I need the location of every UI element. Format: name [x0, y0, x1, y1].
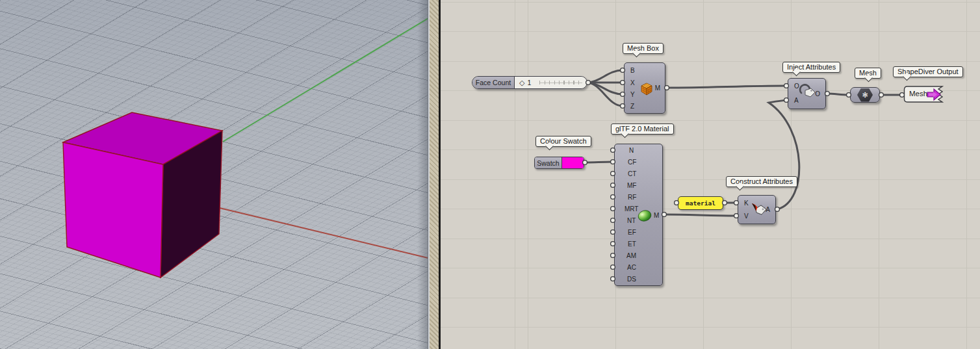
colour-swatch-tooltip: Colour Swatch — [535, 136, 591, 147]
mesh-box-input-b[interactable]: B — [630, 67, 635, 75]
wire-meshbox-to-inject — [667, 86, 786, 88]
gltf-input-cf[interactable]: CF — [628, 159, 636, 166]
gltf-material-tooltip: glTF 2.0 Material — [611, 123, 674, 135]
mesh-param-glyph: ✻ — [862, 91, 868, 99]
grasshopper-canvas[interactable]: Mesh Box Colour Swatch glTF 2.0 Material… — [441, 0, 980, 349]
wire-construct-to-inject — [769, 100, 799, 209]
wire-slider-to-y — [588, 83, 623, 94]
app-window: Mesh Box Colour Swatch glTF 2.0 Material… — [0, 0, 980, 349]
mesh-box-input-z[interactable]: Z — [630, 103, 634, 110]
construct-attributes-icon — [749, 202, 767, 218]
shapediver-output-tooltip: ShapeDiver Output — [893, 66, 963, 77]
gltf-input-rf[interactable]: RF — [628, 194, 636, 201]
panel-splitter[interactable] — [428, 0, 441, 349]
mesh-box-icon — [639, 81, 654, 96]
inject-attributes-component[interactable]: O A O — [788, 78, 826, 109]
mesh-param-tooltip: Mesh — [855, 68, 881, 79]
material-panel[interactable]: material — [678, 196, 723, 210]
mesh-param-icon: ✻ — [857, 88, 873, 102]
y-axis-line — [223, 18, 428, 142]
construct-attributes-tooltip: Construct Attributes — [726, 176, 797, 187]
gltf-input-ds[interactable]: DS — [627, 276, 636, 283]
wire-gltf-to-v — [664, 214, 736, 216]
face-count-slider[interactable]: Face Count ◇ 1 — [472, 76, 587, 89]
viewport-right-shadow — [417, 0, 428, 349]
wire-slider-to-z — [588, 83, 623, 106]
inject-attributes-tooltip: Inject Attributes — [782, 62, 840, 73]
rhino-viewport[interactable] — [0, 0, 428, 349]
colour-swatch-component[interactable]: Swatch — [534, 157, 584, 169]
wire-slider-to-b — [588, 70, 623, 83]
construct-input-v[interactable]: V — [744, 213, 749, 220]
slider-knob-icon[interactable]: ◇ — [519, 79, 524, 87]
inject-attributes-icon — [797, 83, 818, 101]
gltf-material-sphere-icon — [637, 209, 652, 222]
slider-name-label: Face Count — [472, 77, 515, 88]
cube-object[interactable] — [63, 112, 222, 278]
gltf-input-ac[interactable]: AC — [627, 264, 636, 272]
gltf-input-nt[interactable]: NT — [627, 217, 636, 225]
swatch-color-well[interactable] — [562, 157, 584, 168]
wire-layer — [441, 0, 980, 349]
slider-ticks — [539, 81, 582, 84]
cube-front-face[interactable] — [63, 142, 163, 278]
wire-inject-to-mesh — [827, 94, 849, 95]
mesh-box-input-x[interactable]: X — [630, 79, 635, 87]
slider-value-area[interactable]: ◇ 1 — [515, 77, 587, 88]
gltf-input-ct[interactable]: CT — [628, 170, 636, 178]
mesh-box-component[interactable]: B X Y Z M — [624, 62, 665, 114]
gltf-input-mf[interactable]: MF — [627, 182, 636, 190]
gltf-input-ef[interactable]: EF — [628, 229, 636, 237]
mesh-param-component[interactable]: ✻ — [850, 87, 880, 103]
gltf-material-component[interactable]: N CF CT MF RF MRT NT EF ET AM AC DS M — [614, 144, 663, 286]
gltf-output-m[interactable]: M — [654, 212, 659, 220]
slider-value: 1 — [527, 79, 531, 86]
gltf-input-n[interactable]: N — [629, 147, 634, 155]
mesh-box-output-m[interactable]: M — [655, 84, 660, 92]
x-axis-line — [220, 208, 428, 258]
gltf-input-et[interactable]: ET — [628, 240, 636, 248]
viewport-scene — [0, 0, 428, 349]
mesh-box-tooltip: Mesh Box — [623, 43, 664, 54]
swatch-name-label: Swatch — [535, 157, 562, 168]
construct-attributes-component[interactable]: K V A — [738, 195, 776, 224]
gltf-input-am[interactable]: AM — [626, 252, 636, 260]
wire-swatch-to-cf — [585, 162, 613, 162]
shapediver-output-component[interactable]: Mesh — [903, 86, 949, 103]
construct-input-k[interactable]: K — [744, 200, 749, 207]
shapediver-output-label: Mesh — [909, 90, 927, 97]
mesh-box-input-y[interactable]: Y — [630, 91, 635, 99]
